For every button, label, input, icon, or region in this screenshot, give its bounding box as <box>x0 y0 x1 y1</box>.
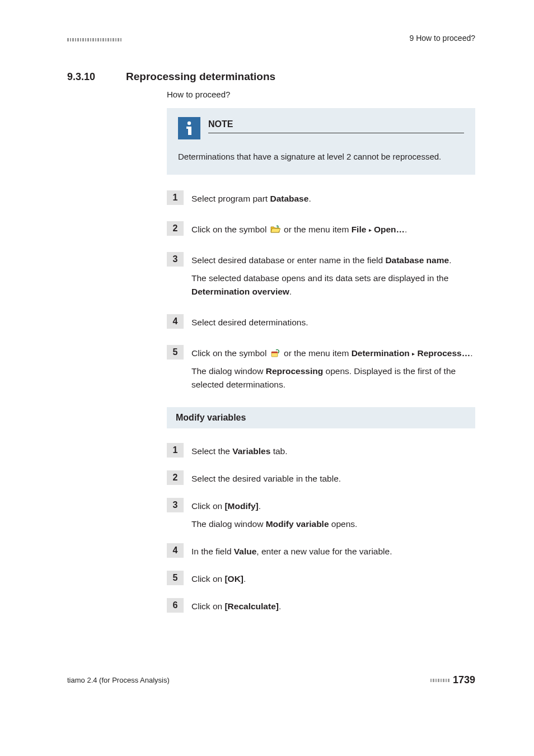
svg-rect-2 <box>188 127 191 135</box>
page-number: 1739 <box>453 674 475 686</box>
step-number: 2 <box>167 221 184 236</box>
svg-rect-4 <box>271 352 278 353</box>
note-body: Determinations that have a signature at … <box>178 151 464 162</box>
step-text: Click on [Recalculate]. <box>191 598 475 613</box>
step-number: 5 <box>167 571 184 585</box>
footer-product: tiamo 2.4 (for Process Analysis) <box>67 676 170 684</box>
note-label: NOTE <box>208 119 233 129</box>
step-number: 3 <box>167 252 184 267</box>
info-icon <box>178 117 200 139</box>
step-number: 1 <box>167 190 184 205</box>
svg-point-0 <box>188 122 191 125</box>
step-text: Select desired determinations. <box>191 314 475 329</box>
step-text: Select the desired variable in the table… <box>191 470 475 486</box>
subsection-heading: Modify variables <box>167 407 475 428</box>
reprocess-icon <box>270 348 280 356</box>
section-number: 9.3.10 <box>67 71 109 83</box>
step-text: Click on [Modify]. The dialog window Mod… <box>191 498 475 531</box>
step-text: Click on the symbol or the menu item Fil… <box>191 221 475 236</box>
header-decoration <box>67 38 121 41</box>
open-folder-icon <box>270 224 280 232</box>
footer-decoration <box>430 679 449 682</box>
step-text: Select desired database or enter name in… <box>191 252 475 298</box>
step-number: 4 <box>167 543 184 558</box>
step-text: Select the Variables tab. <box>191 443 475 458</box>
step-text: Select program part Database. <box>191 190 475 206</box>
step-text: Click on the symbol or the menu item Det… <box>191 345 475 391</box>
section-subtitle: How to proceed? <box>167 90 475 99</box>
step-number: 2 <box>167 470 184 485</box>
note-box: NOTE Determinations that have a signatur… <box>167 108 475 175</box>
running-header: 9 How to proceed? <box>409 34 475 43</box>
step-number: 3 <box>167 498 184 512</box>
step-number: 4 <box>167 314 184 329</box>
step-number: 6 <box>167 598 184 613</box>
section-title: Reprocessing determinations <box>126 71 275 83</box>
step-number: 1 <box>167 443 184 458</box>
step-text: In the field Value, enter a new value fo… <box>191 543 475 558</box>
step-number: 5 <box>167 345 184 360</box>
step-text: Click on [OK]. <box>191 571 475 586</box>
